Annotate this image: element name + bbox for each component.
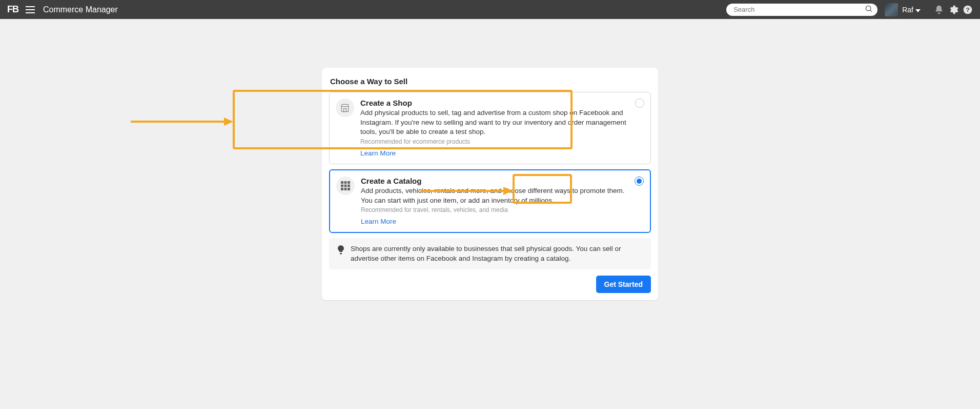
learn-more-link[interactable]: Learn More (361, 218, 396, 225)
svg-rect-12 (341, 188, 343, 190)
option-recommended: Recommended for ecommerce products (360, 138, 628, 145)
top-bar: FB Commerce Manager Raf ? (0, 0, 980, 19)
option-create-catalog[interactable]: Create a Catalog Add products, vehicles,… (329, 169, 651, 233)
card-title: Choose a Way to Sell (329, 77, 651, 86)
info-box: Shops are currently only available to bu… (329, 238, 651, 269)
shop-icon (336, 99, 354, 117)
bell-icon[interactable] (934, 5, 944, 15)
lightbulb-icon (337, 245, 344, 258)
radio-unselected[interactable] (635, 99, 644, 108)
svg-rect-7 (344, 181, 347, 184)
option-desc: Add products, vehicles, rentals and more… (361, 186, 627, 205)
option-recommended: Recommended for travel, rentals, vehicle… (361, 206, 627, 213)
svg-rect-10 (344, 184, 347, 187)
choose-way-card: Choose a Way to Sell Create a Shop Add p… (322, 68, 658, 300)
option-desc: Add physical products to sell, tag and a… (360, 108, 628, 137)
chevron-down-icon[interactable] (915, 5, 921, 14)
search-input[interactable] (726, 4, 877, 16)
svg-marker-16 (224, 118, 233, 126)
arrow-to-catalog (131, 116, 233, 127)
svg-rect-11 (348, 184, 350, 187)
svg-rect-5 (344, 109, 346, 112)
svg-rect-8 (348, 181, 350, 184)
option-title: Create a Catalog (361, 177, 627, 185)
hamburger-icon[interactable] (26, 6, 35, 13)
svg-rect-14 (348, 188, 350, 190)
option-title: Create a Shop (360, 99, 628, 107)
grid-icon (336, 177, 355, 195)
svg-rect-9 (341, 184, 343, 187)
search-wrap (726, 4, 877, 16)
card-footer: Get Started (329, 276, 651, 293)
option-create-shop[interactable]: Create a Shop Add physical products to s… (329, 92, 651, 164)
svg-rect-6 (341, 181, 343, 184)
info-text: Shops are currently only available to bu… (351, 244, 643, 263)
svg-rect-13 (344, 188, 347, 190)
radio-selected[interactable] (635, 177, 644, 186)
help-icon[interactable]: ? (963, 5, 973, 15)
svg-text:?: ? (966, 6, 969, 13)
avatar[interactable] (885, 3, 898, 16)
fb-logo: FB (7, 4, 18, 15)
username[interactable]: Raf (902, 6, 913, 14)
learn-more-link[interactable]: Learn More (360, 149, 396, 157)
app-title: Commerce Manager (43, 5, 118, 14)
gear-icon[interactable] (948, 5, 958, 15)
svg-rect-4 (341, 107, 348, 112)
main-area: Choose a Way to Sell Create a Shop Add p… (0, 19, 980, 300)
get-started-button[interactable]: Get Started (596, 276, 651, 293)
